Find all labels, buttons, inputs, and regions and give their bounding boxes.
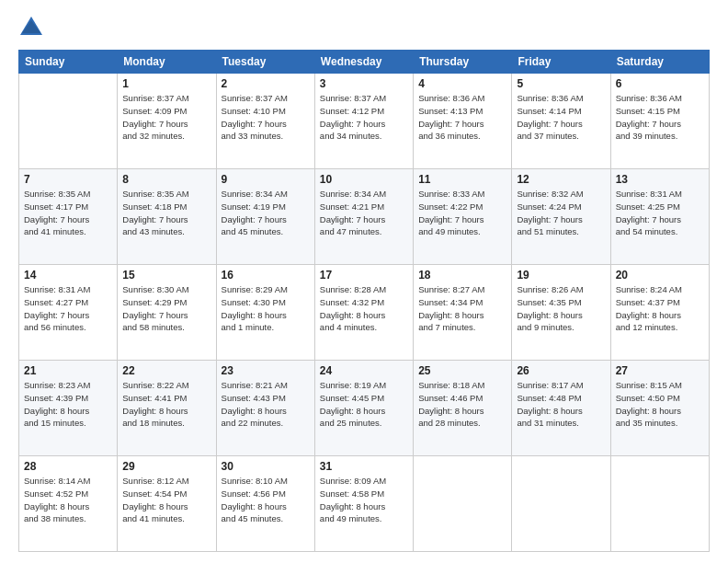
day-number: 16 [222,269,310,282]
day-info: Sunrise: 8:37 AMSunset: 4:10 PMDaylight:… [222,92,310,143]
day-number: 13 [616,173,704,186]
day-info: Sunrise: 8:34 AMSunset: 4:19 PMDaylight:… [222,188,310,238]
calendar-cell: 10Sunrise: 8:34 AMSunset: 4:21 PMDayligh… [314,169,413,265]
day-info: Sunrise: 8:24 AMSunset: 4:37 PMDaylight:… [616,283,704,334]
calendar-cell: 4Sunrise: 8:36 AMSunset: 4:13 PMDaylight… [414,74,512,169]
day-info: Sunrise: 8:18 AMSunset: 4:46 PMDaylight:… [418,379,506,430]
day-info: Sunrise: 8:31 AMSunset: 4:25 PMDaylight:… [616,188,704,238]
weekday-header-thursday: Thursday [414,51,512,74]
day-info: Sunrise: 8:36 AMSunset: 4:14 PMDaylight:… [517,92,605,143]
day-info: Sunrise: 8:29 AMSunset: 4:30 PMDaylight:… [222,283,310,334]
day-number: 4 [418,77,506,90]
day-number: 27 [616,364,704,377]
day-info: Sunrise: 8:19 AMSunset: 4:45 PMDaylight:… [320,379,408,430]
calendar-cell: 23Sunrise: 8:21 AMSunset: 4:43 PMDayligh… [216,361,314,456]
calendar-cell: 14Sunrise: 8:31 AMSunset: 4:27 PMDayligh… [19,265,118,361]
day-info: Sunrise: 8:36 AMSunset: 4:15 PMDaylight:… [616,92,704,143]
weekday-header-sunday: Sunday [19,51,118,74]
day-info: Sunrise: 8:35 AMSunset: 4:18 PMDaylight:… [122,188,210,238]
calendar-cell: 8Sunrise: 8:35 AMSunset: 4:18 PMDaylight… [118,169,216,265]
calendar-cell: 26Sunrise: 8:17 AMSunset: 4:48 PMDayligh… [512,361,610,456]
calendar-cell: 27Sunrise: 8:15 AMSunset: 4:50 PMDayligh… [610,361,709,456]
calendar-cell: 22Sunrise: 8:22 AMSunset: 4:41 PMDayligh… [118,361,216,456]
calendar-cell: 1Sunrise: 8:37 AMSunset: 4:09 PMDaylight… [118,74,216,169]
day-info: Sunrise: 8:28 AMSunset: 4:32 PMDaylight:… [320,283,408,334]
calendar-cell: 31Sunrise: 8:09 AMSunset: 4:58 PMDayligh… [314,456,413,552]
week-row-1: 7Sunrise: 8:35 AMSunset: 4:17 PMDaylight… [19,169,710,265]
day-number: 26 [517,364,605,377]
day-number: 28 [24,460,112,473]
calendar-cell: 29Sunrise: 8:12 AMSunset: 4:54 PMDayligh… [118,456,216,552]
weekday-header-monday: Monday [118,51,216,74]
weekday-header-saturday: Saturday [610,51,709,74]
day-number: 22 [122,364,210,377]
calendar-cell: 15Sunrise: 8:30 AMSunset: 4:29 PMDayligh… [118,265,216,361]
day-info: Sunrise: 8:30 AMSunset: 4:29 PMDaylight:… [122,283,210,334]
calendar-cell [610,456,709,552]
calendar-cell: 17Sunrise: 8:28 AMSunset: 4:32 PMDayligh… [314,265,413,361]
day-info: Sunrise: 8:37 AMSunset: 4:12 PMDaylight:… [320,92,408,143]
calendar-cell: 20Sunrise: 8:24 AMSunset: 4:37 PMDayligh… [610,265,709,361]
day-info: Sunrise: 8:36 AMSunset: 4:13 PMDaylight:… [418,92,506,143]
day-number: 29 [122,460,210,473]
week-row-0: 1Sunrise: 8:37 AMSunset: 4:09 PMDaylight… [19,74,710,169]
day-number: 15 [122,269,210,282]
calendar-cell [19,74,118,169]
day-number: 7 [24,173,112,186]
calendar-cell [414,456,512,552]
day-number: 19 [517,269,605,282]
day-number: 6 [616,77,704,90]
calendar-cell: 7Sunrise: 8:35 AMSunset: 4:17 PMDaylight… [19,169,118,265]
calendar-cell: 28Sunrise: 8:14 AMSunset: 4:52 PMDayligh… [19,456,118,552]
calendar-cell [512,456,610,552]
calendar-cell: 19Sunrise: 8:26 AMSunset: 4:35 PMDayligh… [512,265,610,361]
day-info: Sunrise: 8:23 AMSunset: 4:39 PMDaylight:… [24,379,112,430]
calendar-cell: 18Sunrise: 8:27 AMSunset: 4:34 PMDayligh… [414,265,512,361]
day-info: Sunrise: 8:32 AMSunset: 4:24 PMDaylight:… [517,188,605,238]
day-number: 23 [222,364,310,377]
logo-icon [18,15,44,40]
calendar-cell: 5Sunrise: 8:36 AMSunset: 4:14 PMDaylight… [512,74,610,169]
day-number: 12 [517,173,605,186]
day-info: Sunrise: 8:09 AMSunset: 4:58 PMDaylight:… [320,475,408,525]
day-info: Sunrise: 8:12 AMSunset: 4:54 PMDaylight:… [122,475,210,525]
calendar-cell: 30Sunrise: 8:10 AMSunset: 4:56 PMDayligh… [216,456,314,552]
day-number: 5 [517,77,605,90]
day-number: 2 [222,77,310,90]
calendar-cell: 12Sunrise: 8:32 AMSunset: 4:24 PMDayligh… [512,169,610,265]
day-number: 1 [122,77,210,90]
week-row-4: 28Sunrise: 8:14 AMSunset: 4:52 PMDayligh… [19,456,710,552]
day-number: 21 [24,364,112,377]
day-number: 8 [122,173,210,186]
logo [18,15,48,40]
calendar-cell: 21Sunrise: 8:23 AMSunset: 4:39 PMDayligh… [19,361,118,456]
day-info: Sunrise: 8:37 AMSunset: 4:09 PMDaylight:… [122,92,210,143]
calendar-cell: 16Sunrise: 8:29 AMSunset: 4:30 PMDayligh… [216,265,314,361]
day-info: Sunrise: 8:34 AMSunset: 4:21 PMDaylight:… [320,188,408,238]
day-info: Sunrise: 8:35 AMSunset: 4:17 PMDaylight:… [24,188,112,238]
day-info: Sunrise: 8:26 AMSunset: 4:35 PMDaylight:… [517,283,605,334]
day-number: 25 [418,364,506,377]
day-info: Sunrise: 8:21 AMSunset: 4:43 PMDaylight:… [222,379,310,430]
calendar-cell: 2Sunrise: 8:37 AMSunset: 4:10 PMDaylight… [216,74,314,169]
day-number: 9 [222,173,310,186]
day-info: Sunrise: 8:17 AMSunset: 4:48 PMDaylight:… [517,379,605,430]
calendar-table: SundayMondayTuesdayWednesdayThursdayFrid… [18,50,710,552]
calendar-cell: 3Sunrise: 8:37 AMSunset: 4:12 PMDaylight… [314,74,413,169]
day-number: 3 [320,77,408,90]
page: SundayMondayTuesdayWednesdayThursdayFrid… [0,0,728,563]
day-number: 24 [320,364,408,377]
calendar-cell: 25Sunrise: 8:18 AMSunset: 4:46 PMDayligh… [414,361,512,456]
week-row-3: 21Sunrise: 8:23 AMSunset: 4:39 PMDayligh… [19,361,710,456]
day-number: 30 [222,460,310,473]
day-number: 20 [616,269,704,282]
calendar-cell: 11Sunrise: 8:33 AMSunset: 4:22 PMDayligh… [414,169,512,265]
weekday-header-wednesday: Wednesday [314,51,413,74]
calendar-cell: 9Sunrise: 8:34 AMSunset: 4:19 PMDaylight… [216,169,314,265]
weekday-header-row: SundayMondayTuesdayWednesdayThursdayFrid… [19,51,710,74]
day-number: 11 [418,173,506,186]
day-info: Sunrise: 8:22 AMSunset: 4:41 PMDaylight:… [122,379,210,430]
day-info: Sunrise: 8:10 AMSunset: 4:56 PMDaylight:… [222,475,310,525]
calendar-cell: 13Sunrise: 8:31 AMSunset: 4:25 PMDayligh… [610,169,709,265]
day-number: 18 [418,269,506,282]
